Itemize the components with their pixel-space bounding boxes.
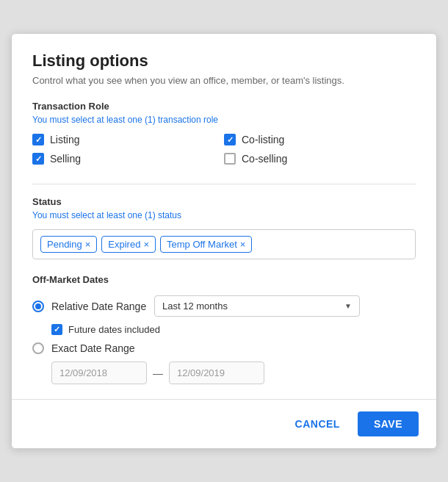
exact-date-range-row: Exact Date Range <box>32 342 416 354</box>
divider-1 <box>32 184 416 184</box>
radio-exact-date-range[interactable] <box>32 342 44 354</box>
checkmark-future-dates: ✓ <box>54 325 60 334</box>
tag-temp-off-market-label: Temp Off Market <box>167 239 237 250</box>
checkbox-listing-label: Listing <box>50 134 79 145</box>
start-date-input[interactable] <box>51 362 147 384</box>
transaction-role-warning: You must select at least one (1) transac… <box>32 115 416 125</box>
checkmark-listing: ✓ <box>35 136 42 144</box>
checkmark-selling: ✓ <box>35 155 42 163</box>
future-dates-label: Future dates included <box>68 324 160 335</box>
cancel-button[interactable]: CANCEL <box>283 412 352 436</box>
dropdown-arrow-icon: ▼ <box>344 302 352 310</box>
date-dash: — <box>153 367 163 379</box>
transaction-role-label: Transaction Role <box>32 101 416 112</box>
tag-expired-label: Expired <box>108 239 140 250</box>
transaction-role-warning-highlight: (1) <box>145 115 156 125</box>
checkbox-selling[interactable]: ✓ Selling <box>32 153 179 165</box>
checkbox-co-listing[interactable]: ✓ Co-listing <box>224 134 371 145</box>
dropdown-value: Last 12 months <box>162 301 228 312</box>
transaction-role-checkboxes: ✓ Listing ✓ Co-listing ✓ Selling <box>32 134 416 172</box>
tag-temp-off-market-close[interactable]: × <box>240 240 246 249</box>
dialog-footer: CANCEL SAVE <box>12 399 436 448</box>
listing-options-dialog: Listing options Control what you see whe… <box>11 33 437 449</box>
status-warning-highlight: (1) <box>145 210 156 220</box>
checkmark-co-listing: ✓ <box>227 136 234 144</box>
date-range-dropdown[interactable]: Last 12 months ▼ <box>154 295 360 317</box>
end-date-input[interactable] <box>169 362 264 384</box>
checkbox-selling-label: Selling <box>50 153 81 165</box>
tag-pending-label: Pending <box>47 239 82 250</box>
tag-temp-off-market[interactable]: Temp Off Market × <box>160 236 252 253</box>
tag-pending[interactable]: Pending × <box>40 236 97 253</box>
exact-date-range-label: Exact Date Range <box>51 342 147 354</box>
checkbox-listing[interactable]: ✓ Listing <box>32 134 179 145</box>
checkbox-co-selling[interactable]: Co-selling <box>224 153 371 165</box>
transaction-role-warning-text: You must select at least one <box>32 115 145 125</box>
status-warning: You must select at least one (1) status <box>32 210 416 220</box>
tag-expired-close[interactable]: × <box>143 240 149 249</box>
checkbox-future-dates[interactable]: ✓ <box>51 324 62 335</box>
off-market-dates-label: Off-Market Dates <box>32 274 416 285</box>
transaction-role-warning-end: transaction role <box>156 115 218 125</box>
checkbox-selling-box[interactable]: ✓ <box>32 153 44 165</box>
checkbox-co-selling-box[interactable] <box>224 153 236 165</box>
checkbox-co-selling-label: Co-selling <box>242 153 287 165</box>
save-button[interactable]: SAVE <box>358 411 419 436</box>
dialog-title: Listing options <box>32 51 416 71</box>
tag-expired[interactable]: Expired × <box>101 236 156 253</box>
dialog-subtitle: Control what you see when you view an of… <box>32 75 416 86</box>
radio-relative-date-range[interactable] <box>32 301 44 312</box>
checkbox-co-listing-label: Co-listing <box>242 134 284 145</box>
checkbox-co-listing-box[interactable]: ✓ <box>224 134 236 145</box>
status-warning-text: You must select at least one <box>32 210 145 220</box>
status-tags-container: Pending × Expired × Temp Off Market × <box>32 229 416 259</box>
relative-date-range-row: Relative Date Range Last 12 months ▼ <box>32 295 416 317</box>
status-label: Status <box>32 196 416 207</box>
dialog-body: Listing options Control what you see whe… <box>12 34 436 399</box>
future-dates-row: ✓ Future dates included <box>51 324 416 335</box>
status-warning-end: status <box>156 210 181 220</box>
relative-date-range-label: Relative Date Range <box>51 301 147 312</box>
tag-pending-close[interactable]: × <box>85 240 91 249</box>
checkbox-listing-box[interactable]: ✓ <box>32 134 44 145</box>
date-inputs-row: — <box>51 362 416 384</box>
